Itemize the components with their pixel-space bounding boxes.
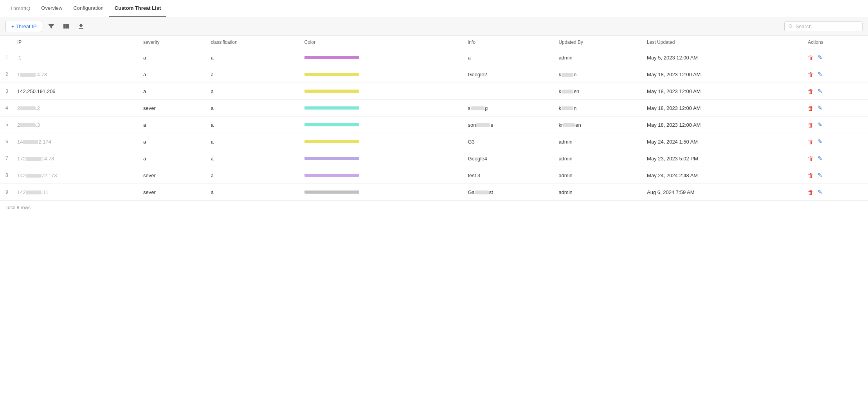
row-severity: sever — [138, 167, 205, 184]
nav-item-custom-threat-list[interactable]: Custom Threat List — [109, 0, 166, 17]
col-updated-by: Updated By — [553, 36, 641, 49]
edit-button[interactable]: ✎ — [818, 138, 823, 145]
row-classification: a — [205, 133, 299, 150]
row-number: 3 — [0, 83, 12, 100]
row-last-updated: May 18, 2023 12:00 AM — [641, 117, 802, 133]
row-actions: 🗑 ✎ — [802, 150, 868, 167]
row-color — [299, 150, 463, 167]
row-updated-by: ken — [553, 83, 641, 100]
row-severity: sever — [138, 184, 205, 201]
row-info: Google4 — [463, 150, 553, 167]
edit-button[interactable]: ✎ — [818, 71, 823, 78]
row-updated-by: admin — [553, 133, 641, 150]
filter-button[interactable] — [45, 20, 57, 32]
table-row: 717214.78aaGoogle4adminMay 23, 2023 5:02… — [0, 150, 868, 167]
row-severity: a — [138, 117, 205, 133]
row-last-updated: May 18, 2023 12:00 AM — [641, 100, 802, 117]
row-color — [299, 49, 463, 66]
search-box — [784, 22, 863, 31]
row-classification: a — [205, 49, 299, 66]
download-icon — [78, 23, 84, 29]
row-number: 6 — [0, 133, 12, 150]
col-classification: classification — [205, 36, 299, 49]
row-last-updated: May 18, 2023 12:00 AM — [641, 83, 802, 100]
add-threat-ip-button[interactable]: + Threat IP — [5, 21, 42, 32]
row-classification: a — [205, 100, 299, 117]
edit-button[interactable]: ✎ — [818, 104, 823, 111]
row-info — [463, 83, 553, 100]
row-severity: a — [138, 66, 205, 83]
delete-button[interactable]: 🗑 — [808, 138, 814, 145]
row-ip: 17214.78 — [12, 150, 138, 167]
filter-icon — [48, 23, 54, 29]
table-row: 6142.174aaG3adminMay 24, 2024 1:50 AM 🗑 … — [0, 133, 868, 150]
download-button[interactable] — [75, 20, 87, 32]
edit-button[interactable]: ✎ — [818, 54, 823, 61]
row-ip: 142.250.191.206 — [12, 83, 138, 100]
row-last-updated: May 23, 2023 5:02 PM — [641, 150, 802, 167]
svg-rect-3 — [79, 28, 83, 29]
col-actions: Actions — [802, 36, 868, 49]
row-color — [299, 66, 463, 83]
table-row: 814272.173severatest 3adminMay 24, 2024 … — [0, 167, 868, 184]
row-ip: 2.3 — [12, 117, 138, 133]
row-color — [299, 184, 463, 201]
edit-button[interactable]: ✎ — [818, 172, 823, 179]
delete-button[interactable]: 🗑 — [808, 105, 814, 111]
row-last-updated: May 24, 2024 2:48 AM — [641, 167, 802, 184]
row-actions: 🗑 ✎ — [802, 117, 868, 133]
row-info: test 3 — [463, 167, 553, 184]
delete-button[interactable]: 🗑 — [808, 122, 814, 128]
col-severity: severity — [138, 36, 205, 49]
delete-button[interactable]: 🗑 — [808, 172, 814, 179]
row-actions: 🗑 ✎ — [802, 167, 868, 184]
row-ip: 142.11 — [12, 184, 138, 201]
row-severity: a — [138, 133, 205, 150]
row-classification: a — [205, 184, 299, 201]
row-color — [299, 117, 463, 133]
row-number: 9 — [0, 184, 12, 201]
row-ip: 142.174 — [12, 133, 138, 150]
delete-button[interactable]: 🗑 — [808, 71, 814, 78]
delete-button[interactable]: 🗑 — [808, 155, 814, 162]
col-num — [0, 36, 12, 49]
edit-button[interactable]: ✎ — [818, 155, 823, 162]
col-color: Color — [299, 36, 463, 49]
delete-button[interactable]: 🗑 — [808, 54, 814, 61]
row-info: Google2 — [463, 66, 553, 83]
table-row: 52.3aasonekrenMay 18, 2023 12:00 AM 🗑 ✎ — [0, 117, 868, 133]
edit-button[interactable]: ✎ — [818, 121, 823, 128]
row-info: sone — [463, 117, 553, 133]
row-classification: a — [205, 117, 299, 133]
toolbar: + Threat IP — [0, 17, 868, 36]
row-color — [299, 100, 463, 117]
row-classification: a — [205, 83, 299, 100]
row-ip: 14272.173 — [12, 167, 138, 184]
table-row: 9142.11severaGastadminAug 6, 2024 7:59 A… — [0, 184, 868, 201]
table-header-row: IP severity classification Color info Up… — [0, 36, 868, 49]
edit-button[interactable]: ✎ — [818, 88, 823, 95]
row-updated-by: kren — [553, 117, 641, 133]
table-row: 3142.250.191.206aakenMay 18, 2023 12:00 … — [0, 83, 868, 100]
row-updated-by: kn — [553, 100, 641, 117]
nav-item-overview[interactable]: Overview — [36, 0, 68, 17]
col-ip: IP — [12, 36, 138, 49]
row-updated-by: admin — [553, 150, 641, 167]
delete-button[interactable]: 🗑 — [808, 88, 814, 95]
row-color — [299, 133, 463, 150]
table-body: 1.1aaaadminMay 5, 2023 12:00 AM 🗑 ✎ 21.4… — [0, 49, 868, 201]
search-input[interactable] — [796, 23, 858, 29]
edit-button[interactable]: ✎ — [818, 189, 823, 196]
row-last-updated: Aug 6, 2024 7:59 AM — [641, 184, 802, 201]
row-severity: a — [138, 83, 205, 100]
columns-button[interactable] — [60, 20, 72, 32]
row-actions: 🗑 ✎ — [802, 184, 868, 201]
svg-line-5 — [792, 27, 793, 28]
search-icon — [789, 24, 793, 29]
row-actions: 🗑 ✎ — [802, 133, 868, 150]
nav-item-configuration[interactable]: Configuration — [68, 0, 109, 17]
delete-button[interactable]: 🗑 — [808, 189, 814, 196]
row-actions: 🗑 ✎ — [802, 83, 868, 100]
row-updated-by: admin — [553, 167, 641, 184]
row-info: Gast — [463, 184, 553, 201]
